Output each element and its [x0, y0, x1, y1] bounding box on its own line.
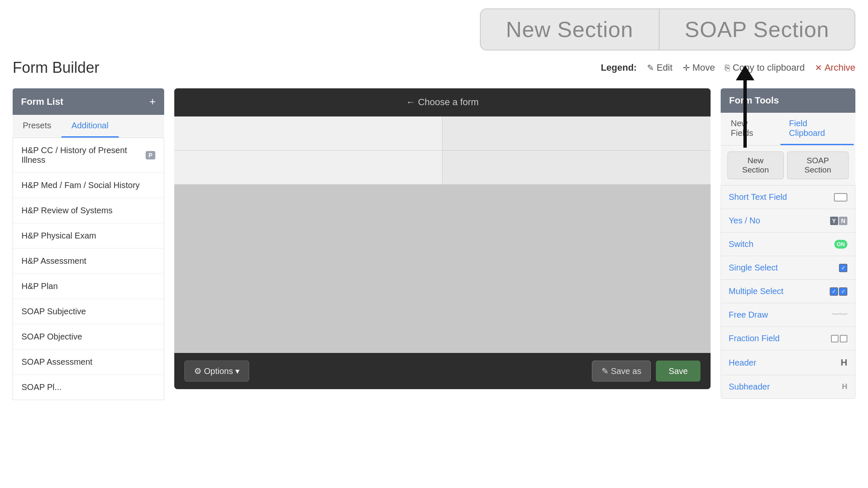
form-canvas-area: ← Choose a form ⚙ Options ▾ — [174, 88, 711, 389]
canvas-grid-row-1 — [174, 117, 711, 151]
yes-no-icon: Y N — [830, 217, 847, 225]
text-field-icon — [834, 193, 847, 202]
field-item-switch[interactable]: Switch ON — [721, 233, 855, 256]
short-text-field-icon — [834, 193, 847, 202]
field-name-header: Header — [729, 358, 756, 368]
fraction-box-1 — [831, 335, 839, 342]
choose-form-label: ← Choose a form — [406, 97, 479, 107]
field-item-multiple-select[interactable]: Multiple Select ✓ ✓ — [721, 280, 855, 303]
save-button[interactable]: Save — [656, 361, 700, 382]
list-item-label: SOAP Pl... — [21, 382, 61, 392]
list-item[interactable]: H&P Med / Fam / Social History — [13, 173, 164, 198]
legend-edit-item: ✎ Edit — [647, 62, 673, 73]
list-item-label: H&P Med / Fam / Social History — [21, 180, 140, 190]
canvas-large-area — [174, 185, 711, 353]
field-item-yes-no[interactable]: Yes / No Y N — [721, 209, 855, 233]
form-list-items: H&P CC / History of Present Illness P H&… — [13, 138, 164, 400]
legend-archive-label: Archive — [825, 62, 855, 73]
field-item-header[interactable]: Header H — [721, 350, 855, 375]
form-list-header: Form List + — [13, 88, 164, 115]
form-canvas-body — [174, 117, 711, 353]
field-name-multiple-select: Multiple Select — [729, 286, 783, 296]
list-item-label: H&P Physical Exam — [21, 231, 96, 241]
soap-section-tooltip-btn[interactable]: SOAP Section — [659, 8, 855, 50]
copy-icon: ⎘ — [725, 63, 730, 73]
subheader-text-icon: H — [842, 382, 847, 391]
subheader-icon: H — [842, 382, 847, 391]
preset-badge: P — [146, 151, 155, 159]
checkmark-icon-1: ✓ — [830, 287, 838, 296]
tab-presets[interactable]: Presets — [13, 115, 61, 138]
list-item-label: SOAP Assessment — [21, 357, 93, 367]
list-item-label: SOAP Objective — [21, 332, 82, 342]
three-column-layout: Form List + Presets Additional H&P CC / … — [13, 88, 855, 400]
field-name-free-draw: Free Draw — [729, 310, 768, 320]
footer-right-buttons: ✎ Save as Save — [592, 361, 700, 382]
move-icon: ✛ — [683, 63, 690, 73]
form-canvas-header: ← Choose a form — [174, 88, 711, 117]
list-item[interactable]: SOAP Objective — [13, 324, 164, 350]
legend-edit-label: Edit — [657, 62, 673, 73]
archive-icon: ✕ — [815, 63, 822, 73]
legend-bar: Legend: ✎ Edit ✛ Move ⎘ Copy to clipboar… — [601, 62, 855, 73]
form-list-panel: Form List + Presets Additional H&P CC / … — [13, 88, 164, 400]
no-badge: N — [839, 217, 847, 225]
list-item-label: H&P CC / History of Present Illness — [21, 146, 146, 165]
new-section-tooltip-btn[interactable]: New Section — [480, 8, 659, 50]
list-item[interactable]: SOAP Subjective — [13, 299, 164, 324]
list-item-label: SOAP Subjective — [21, 307, 86, 316]
new-section-button[interactable]: New Section — [727, 151, 784, 179]
header-text-icon: H — [841, 357, 847, 368]
field-item-fraction[interactable]: Fraction Field — [721, 327, 855, 350]
canvas-cell — [442, 151, 711, 184]
field-list: Short Text Field Yes / No Y N Switch — [721, 186, 855, 399]
list-item[interactable]: SOAP Pl... — [13, 375, 164, 400]
checkmark-icon: ✓ — [839, 264, 847, 272]
arrow-line — [743, 80, 747, 148]
field-name-short-text: Short Text Field — [729, 192, 787, 202]
list-item-label: H&P Assessment — [21, 256, 86, 266]
switch-toggle-icon: ON — [834, 240, 848, 249]
soap-section-button[interactable]: SOAP Section — [787, 151, 849, 179]
field-item-short-text[interactable]: Short Text Field — [721, 186, 855, 209]
list-item[interactable]: H&P Plan — [13, 274, 164, 299]
add-form-button[interactable]: + — [149, 95, 156, 108]
page-title: Form Builder — [13, 59, 99, 77]
multiple-select-icon: ✓ ✓ — [830, 287, 847, 296]
legend-move-item: ✛ Move — [683, 62, 715, 73]
form-canvas: ← Choose a form ⚙ Options ▾ — [174, 88, 711, 389]
field-item-free-draw[interactable]: Free Draw 〰〰 — [721, 303, 855, 327]
field-item-subheader[interactable]: Subheader H — [721, 375, 855, 398]
yes-badge: Y — [830, 217, 838, 225]
arrow-indicator — [736, 65, 754, 148]
header-icon: H — [841, 357, 847, 368]
form-canvas-footer: ⚙ Options ▾ ✎ Save as Save — [174, 353, 711, 389]
list-item[interactable]: H&P Assessment — [13, 249, 164, 274]
list-item[interactable]: H&P Physical Exam — [13, 223, 164, 249]
form-list-tabs: Presets Additional — [13, 115, 164, 138]
canvas-cell — [442, 117, 711, 150]
fraction-box-2 — [840, 335, 847, 342]
list-item-label: H&P Review of Systems — [21, 206, 112, 215]
section-buttons-area: New Section SOAP Section — [721, 146, 855, 186]
list-item-label: H&P Plan — [21, 281, 58, 291]
canvas-cell — [174, 117, 442, 150]
tooltip-button-area: New Section SOAP Section — [0, 0, 868, 55]
tab-additional[interactable]: Additional — [61, 115, 119, 138]
form-list-title: Form List — [21, 96, 63, 107]
tab-field-clipboard[interactable]: Field Clipboard — [780, 113, 854, 145]
list-item[interactable]: SOAP Assessment — [13, 350, 164, 375]
save-as-button[interactable]: ✎ Save as — [592, 361, 651, 382]
scribble-icon: 〰〰 — [832, 310, 847, 319]
canvas-cell — [174, 151, 442, 184]
list-item[interactable]: H&P Review of Systems — [13, 198, 164, 223]
list-item[interactable]: H&P CC / History of Present Illness P — [13, 138, 164, 173]
field-item-single-select[interactable]: Single Select ✓ — [721, 256, 855, 280]
options-button[interactable]: ⚙ Options ▾ — [184, 361, 249, 382]
field-name-yes-no: Yes / No — [729, 216, 760, 225]
single-select-icon: ✓ — [839, 264, 847, 272]
free-draw-icon: 〰〰 — [832, 310, 847, 319]
field-name-single-select: Single Select — [729, 263, 778, 273]
fraction-field-icon — [831, 335, 847, 342]
edit-icon: ✎ — [647, 63, 654, 73]
